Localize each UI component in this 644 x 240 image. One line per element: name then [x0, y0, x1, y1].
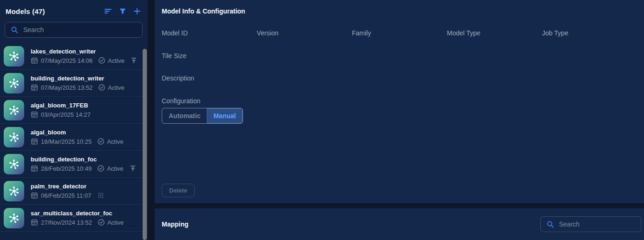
filter-icon[interactable] — [118, 7, 127, 15]
model-gradient-icon — [4, 127, 24, 147]
model-date: 07/May/2025 14:06 — [41, 57, 92, 64]
calendar-icon — [31, 111, 38, 118]
check-circle-icon — [98, 57, 105, 64]
check-circle-icon — [97, 165, 105, 172]
panel-title: Model Info & Configuration — [162, 7, 637, 15]
model-name: lakes_detection_writer — [31, 48, 138, 55]
version-label: Version — [257, 29, 352, 37]
models-search-input[interactable] — [23, 26, 137, 33]
model-list-item[interactable]: sar_multiclass_detector_foc 27/Nov/2024 … — [0, 205, 148, 232]
family-label: Family — [352, 29, 447, 37]
tile-size-label: Tile Size — [162, 52, 637, 60]
model-info: sar_multiclass_detector_foc 27/Nov/2024 … — [31, 210, 124, 226]
mapping-panel: Mapping — [155, 208, 644, 240]
calendar-icon — [31, 192, 38, 199]
model-info: building_detection_foc 28/Feb/2025 10:49… — [31, 156, 137, 172]
calendar-icon — [31, 138, 38, 145]
sort-icon[interactable] — [104, 7, 112, 15]
model-status: Active — [97, 165, 123, 172]
model-meta: 28/Feb/2025 10:49 Active — [31, 165, 137, 172]
model-date: 03/Apr/2025 14:27 — [41, 111, 91, 118]
sidebar-header-icons — [104, 7, 141, 15]
configuration-toggle: Automatic Manual — [162, 108, 243, 124]
sidebar-header: Models (47) — [0, 0, 148, 16]
model-type-label: Model Type — [447, 29, 542, 37]
model-list-item[interactable]: algal_bloom_17FEB 03/Apr/2025 14:27 Acti… — [0, 97, 148, 124]
model-date: 07/May/2025 13:52 — [41, 84, 92, 91]
model-name: palm_tree_detector — [31, 183, 104, 190]
model-name: algal_bloom_17FEB — [31, 102, 92, 109]
check-circle-icon — [98, 84, 105, 91]
config-option-automatic[interactable]: Automatic — [162, 108, 207, 123]
sidebar-scrollbar-thumb[interactable] — [143, 49, 147, 240]
models-search-box — [5, 22, 143, 38]
model-date: 28/Feb/2025 10:49 — [41, 165, 92, 172]
model-name: algal_bloom — [31, 129, 124, 136]
model-gradient-icon — [4, 73, 24, 93]
model-info: algal_bloom 18/Mar/2025 10:25 Active — [31, 129, 124, 145]
model-status: Active — [98, 219, 124, 226]
model-name: building_detection_writer — [31, 75, 125, 82]
model-meta: 06/Feb/2025 11:07 Active — [31, 192, 104, 199]
model-gradient-icon — [4, 100, 24, 120]
model-id-label: Model ID — [162, 29, 257, 37]
check-circle-icon — [97, 138, 105, 145]
model-info-panel: Model Info & Configuration Model ID Vers… — [155, 0, 644, 203]
model-status: Active — [98, 84, 124, 91]
model-name: building_detection_foc — [31, 156, 137, 163]
sidebar-title: Models (47) — [6, 7, 45, 15]
active-label: Active — [107, 219, 124, 226]
model-info: algal_bloom_17FEB 03/Apr/2025 14:27 Acti… — [31, 102, 92, 118]
field-labels-row: Model ID Version Family Model Type Job T… — [162, 29, 637, 37]
mapping-search-box — [540, 216, 641, 232]
model-list: lakes_detection_writer 07/May/2025 14:06… — [0, 43, 148, 232]
model-name: sar_multiclass_detector_foc — [31, 210, 124, 217]
model-list-item[interactable]: building_detection_foc 28/Feb/2025 10:49… — [0, 151, 148, 178]
model-gradient-icon — [4, 46, 24, 67]
add-icon[interactable] — [133, 7, 141, 15]
models-sidebar: Models (47) — [0, 0, 148, 240]
mapping-title: Mapping — [162, 220, 189, 228]
model-date: 06/Feb/2025 11:07 — [41, 192, 91, 199]
model-list-item[interactable]: lakes_detection_writer 07/May/2025 14:06… — [0, 43, 148, 70]
active-label: Active — [108, 84, 124, 91]
model-list-item[interactable]: algal_bloom 18/Mar/2025 10:25 Active — [0, 124, 148, 151]
search-icon — [11, 26, 19, 34]
model-info: palm_tree_detector 06/Feb/2025 11:07 Act… — [31, 183, 104, 199]
calendar-icon — [31, 219, 38, 226]
upload-icon[interactable] — [129, 165, 137, 172]
model-status: Active — [97, 138, 123, 145]
model-gradient-icon — [4, 181, 24, 201]
model-date: 18/Mar/2025 10:25 — [41, 138, 92, 145]
model-gradient-icon — [4, 154, 24, 174]
config-option-manual[interactable]: Manual — [207, 108, 242, 123]
model-meta: 07/May/2025 14:06 Active — [31, 57, 138, 64]
active-label: Active — [107, 165, 123, 172]
description-label: Description — [162, 74, 637, 82]
calendar-icon — [31, 165, 38, 172]
model-list-item[interactable]: building_detection_writer 07/May/2025 13… — [0, 70, 148, 97]
model-info: lakes_detection_writer 07/May/2025 14:06… — [31, 48, 138, 64]
model-list-item[interactable]: palm_tree_detector 06/Feb/2025 11:07 Act… — [0, 178, 148, 205]
search-icon — [546, 220, 554, 228]
model-status: Active — [98, 57, 124, 64]
active-label: Active — [108, 57, 124, 64]
delete-button[interactable]: Delete — [162, 184, 195, 197]
model-meta: 18/Mar/2025 10:25 Active — [31, 138, 124, 145]
configuration-label: Configuration — [162, 97, 637, 105]
mapping-search-input[interactable] — [559, 220, 635, 228]
model-meta: 27/Nov/2024 13:52 Active — [31, 219, 124, 226]
calendar-icon — [31, 84, 38, 91]
model-gradient-icon — [4, 208, 24, 228]
job-type-label: Job Type — [542, 29, 637, 37]
calendar-icon — [31, 57, 38, 64]
model-date: 27/Nov/2024 13:52 — [41, 219, 92, 226]
active-label: Active — [107, 138, 123, 145]
model-info: building_detection_writer 07/May/2025 13… — [31, 75, 125, 91]
upload-icon[interactable] — [130, 57, 138, 64]
check-circle-icon — [98, 219, 105, 226]
model-meta: 03/Apr/2025 14:27 Active — [31, 111, 92, 118]
model-meta: 07/May/2025 13:52 Active — [31, 84, 125, 91]
grid-dots-icon — [98, 192, 104, 199]
